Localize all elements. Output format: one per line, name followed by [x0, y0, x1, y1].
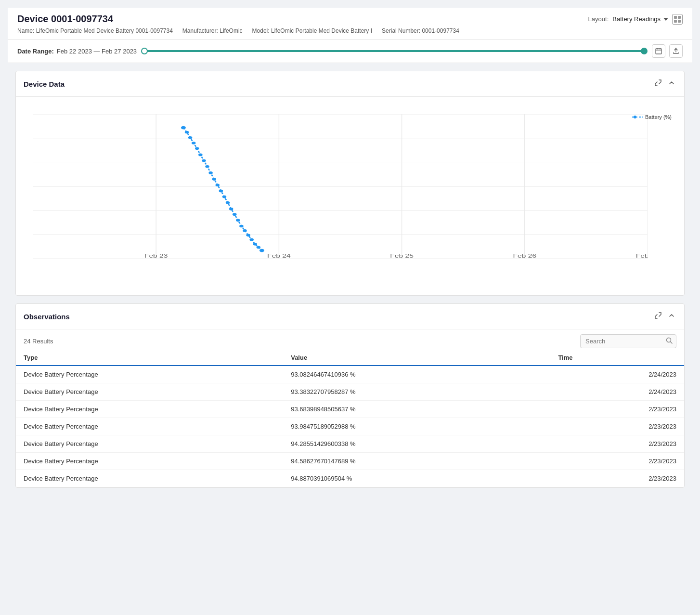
svg-text:Feb 27: Feb 27 — [636, 253, 648, 259]
table-row: Device Battery Percentage 93.38322707958… — [16, 383, 684, 401]
svg-point-35 — [246, 234, 250, 236]
device-data-panel-actions — [653, 78, 676, 90]
chevron-down-icon — [663, 18, 668, 21]
cell-time: 2/23/2023 — [550, 418, 684, 435]
cell-type: Device Battery Percentage — [16, 418, 283, 435]
table-row: Device Battery Percentage 94.58627670147… — [16, 453, 684, 470]
results-count: 24 Results — [24, 338, 53, 345]
svg-point-47 — [634, 116, 636, 118]
device-data-collapse-button[interactable] — [667, 78, 676, 90]
svg-point-17 — [185, 131, 189, 134]
svg-point-37 — [253, 243, 258, 246]
cell-type: Device Battery Percentage — [16, 401, 283, 418]
title-row: Device 0001-0097734 Layout: Battery Read… — [17, 13, 683, 25]
date-range-label: Date Range: — [17, 48, 54, 55]
observations-panel: Observations 24 Results — [15, 303, 685, 488]
observations-table-body: Device Battery Percentage 93.08246467410… — [16, 366, 684, 487]
svg-point-20 — [195, 147, 199, 150]
svg-text:Feb 26: Feb 26 — [513, 253, 537, 259]
date-range-actions — [652, 44, 683, 58]
cell-time: 2/23/2023 — [550, 401, 684, 418]
table-row: Device Battery Percentage 93.68398948505… — [16, 401, 684, 418]
svg-point-39 — [259, 249, 264, 252]
svg-point-30 — [229, 208, 233, 210]
svg-rect-0 — [656, 49, 661, 54]
calendar-button[interactable] — [652, 44, 665, 58]
layout-label: Layout: — [588, 15, 609, 23]
legend-line-icon — [632, 115, 643, 119]
svg-point-24 — [208, 171, 213, 174]
model-meta: Model: LifeOmic Portable Med Device Batt… — [252, 27, 372, 34]
serial-meta: Serial Number: 0001-0097734 — [382, 27, 459, 34]
cell-value: 93.08246467410936 % — [283, 366, 550, 383]
svg-point-33 — [239, 225, 244, 228]
layout-select-button[interactable]: Battery Readings — [612, 15, 668, 23]
device-data-expand-button[interactable] — [653, 78, 663, 90]
column-type: Type — [16, 350, 283, 366]
column-value: Value — [283, 350, 550, 366]
svg-point-25 — [212, 178, 216, 181]
svg-text:Feb 23: Feb 23 — [144, 253, 168, 259]
table-row: Device Battery Percentage 94.28551429600… — [16, 435, 684, 453]
svg-point-28 — [222, 196, 227, 198]
cell-time: 2/23/2023 — [550, 453, 684, 470]
cell-type: Device Battery Percentage — [16, 470, 283, 487]
manufacturer-value: LifeOmic — [220, 27, 242, 34]
table-row: Device Battery Percentage 93.98475189052… — [16, 418, 684, 435]
obs-toolbar: 24 Results — [16, 329, 684, 350]
svg-point-27 — [219, 190, 223, 193]
search-input[interactable] — [580, 334, 676, 348]
cell-time: 2/24/2023 — [550, 383, 684, 401]
svg-point-34 — [243, 229, 247, 232]
device-data-panel-header: Device Data — [16, 71, 684, 97]
observations-panel-title: Observations — [24, 313, 70, 321]
manufacturer-meta: Manufacturer: LifeOmic — [182, 27, 243, 34]
page-wrapper: Device 0001-0097734 Layout: Battery Read… — [0, 0, 700, 503]
svg-point-32 — [236, 219, 240, 222]
cell-value: 93.3832270795828​7 % — [283, 383, 550, 401]
svg-point-16 — [181, 126, 186, 130]
svg-text:Feb 24: Feb 24 — [267, 253, 291, 259]
slider-track — [144, 50, 644, 52]
device-name-meta: Name: LifeOmic Portable Med Device Batte… — [17, 27, 173, 34]
svg-point-22 — [202, 159, 206, 162]
cell-time: 2/23/2023 — [550, 435, 684, 453]
observations-collapse-button[interactable] — [667, 311, 676, 322]
observations-panel-actions — [653, 311, 676, 322]
observations-expand-button[interactable] — [653, 311, 663, 322]
device-meta: Name: LifeOmic Portable Med Device Batte… — [17, 27, 683, 34]
svg-point-31 — [233, 213, 237, 216]
device-data-panel-title: Device Data — [24, 80, 65, 88]
cell-time: 2/24/2023 — [550, 366, 684, 383]
device-name-value: LifeOmic Portable Med Device Battery 000… — [36, 27, 173, 34]
table-row: Device Battery Percentage 94.88703910695… — [16, 470, 684, 487]
serial-value: 0001-0097734 — [422, 27, 459, 34]
cell-type: Device Battery Percentage — [16, 453, 283, 470]
table-header: Type Value Time — [16, 350, 684, 366]
cell-value: 94.88703910695​04 % — [283, 470, 550, 487]
svg-point-29 — [226, 201, 230, 204]
date-range-slider[interactable] — [144, 50, 644, 52]
cell-type: Device Battery Percentage — [16, 435, 283, 453]
svg-point-19 — [192, 142, 196, 144]
svg-text:Feb 25: Feb 25 — [390, 253, 414, 259]
svg-point-21 — [198, 154, 203, 157]
slider-thumb-left[interactable] — [141, 48, 148, 54]
svg-point-18 — [188, 136, 193, 139]
main-content: Device Data — [8, 63, 692, 496]
grid-layout-icon[interactable] — [672, 14, 683, 25]
slider-thumb-right[interactable] — [641, 48, 648, 54]
svg-point-36 — [249, 238, 254, 241]
export-button[interactable] — [669, 44, 683, 58]
cell-type: Device Battery Percentage — [16, 366, 283, 383]
date-range-value: Feb 22 2023 — Feb 27 2023 — [57, 48, 137, 55]
observations-panel-header: Observations — [16, 304, 684, 329]
date-range-bar: Date Range: Feb 22 2023 — Feb 27 2023 — [8, 39, 692, 63]
device-data-panel-body: Feb 23 2023 Feb 24 Feb 25 Feb 26 Feb 27 — [16, 97, 684, 295]
device-header: Device 0001-0097734 Layout: Battery Read… — [8, 8, 692, 39]
layout-select-value: Battery Readings — [612, 15, 661, 23]
svg-point-38 — [257, 246, 261, 249]
cell-value: 93.98475189052988 % — [283, 418, 550, 435]
battery-chart-svg: Feb 23 2023 Feb 24 Feb 25 Feb 26 Feb 27 — [33, 114, 648, 259]
table-row: Device Battery Percentage 93.08246467410… — [16, 366, 684, 383]
